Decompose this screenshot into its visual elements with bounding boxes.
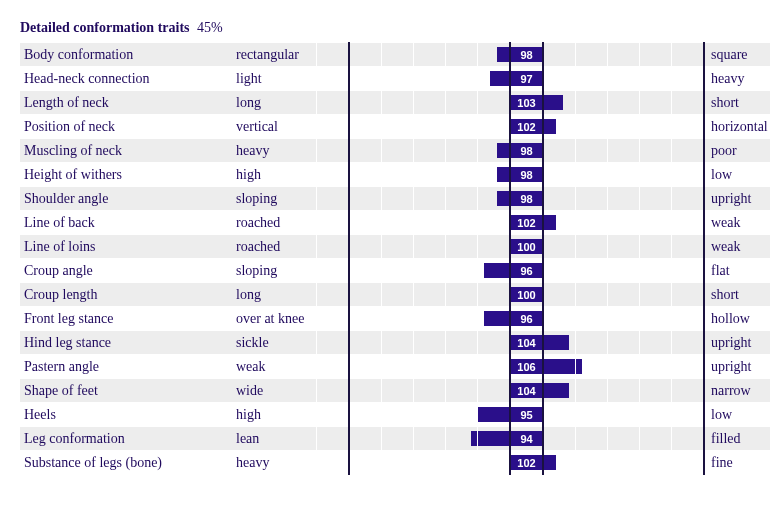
trait-value: 96	[511, 263, 542, 278]
trait-pole-right: heavy	[704, 67, 770, 91]
chart-cell	[608, 115, 640, 139]
trait-pole-left: over at knee	[234, 307, 317, 331]
trait-pole-right: filled	[704, 427, 770, 451]
chart-cell	[672, 43, 705, 67]
chart-cell	[608, 283, 640, 307]
trait-value: 95	[511, 407, 542, 422]
chart-cell	[478, 403, 511, 427]
title-text: Detailed conformation traits	[20, 20, 190, 35]
chart-cell	[414, 115, 446, 139]
chart-cell	[446, 115, 478, 139]
chart-cell	[608, 307, 640, 331]
chart-cell: 96	[510, 259, 543, 283]
trait-pole-left: weak	[234, 355, 317, 379]
trait-value: 102	[511, 215, 542, 230]
table-row: Line of backroached102weak	[20, 211, 770, 235]
trait-name: Pastern angle	[20, 355, 234, 379]
trait-pole-left: high	[234, 163, 317, 187]
trait-name: Length of neck	[20, 91, 234, 115]
trait-pole-left: sickle	[234, 331, 317, 355]
chart-cell	[640, 139, 672, 163]
chart-cell	[608, 355, 640, 379]
chart-cell: 95	[510, 403, 543, 427]
trait-pole-left: high	[234, 403, 317, 427]
chart-cell	[608, 235, 640, 259]
table-row: Hind leg stancesickle104upright	[20, 331, 770, 355]
trait-name: Croup length	[20, 283, 234, 307]
trait-name: Croup angle	[20, 259, 234, 283]
chart-cell	[349, 451, 382, 475]
chart-cell	[608, 331, 640, 355]
trait-pole-right: low	[704, 403, 770, 427]
trait-value: 98	[511, 143, 542, 158]
table-row: Leg conformationlean94filled	[20, 427, 770, 451]
chart-cell	[640, 115, 672, 139]
chart-cell	[672, 139, 705, 163]
chart-cell	[640, 43, 672, 67]
chart-cell	[349, 403, 382, 427]
chart-cell	[414, 163, 446, 187]
trait-pole-right: hollow	[704, 307, 770, 331]
chart-cell	[478, 67, 511, 91]
chart-cell	[414, 211, 446, 235]
table-row: Muscling of neckheavy98poor	[20, 139, 770, 163]
chart-cell	[414, 427, 446, 451]
table-row: Position of neckvertical102horizontal	[20, 115, 770, 139]
chart-cell: 104	[510, 331, 543, 355]
chart-cell	[672, 259, 705, 283]
chart-cell	[543, 163, 576, 187]
trait-name: Height of withers	[20, 163, 234, 187]
trait-pole-right: upright	[704, 355, 770, 379]
chart-cell: 100	[510, 283, 543, 307]
chart-cell	[640, 67, 672, 91]
chart-cell	[608, 163, 640, 187]
bar-segment	[497, 191, 509, 206]
chart-cell	[640, 187, 672, 211]
chart-cell	[446, 283, 478, 307]
chart-cell	[640, 307, 672, 331]
chart-cell	[543, 379, 576, 403]
chart-cell	[640, 355, 672, 379]
chart-cell: 104	[510, 379, 543, 403]
chart-cell	[576, 283, 608, 307]
bar-segment	[490, 71, 509, 86]
chart-cell	[349, 235, 382, 259]
table-row: Substance of legs (bone)heavy102fine	[20, 451, 770, 475]
chart-cell	[640, 91, 672, 115]
chart-cell	[349, 427, 382, 451]
chart-cell	[349, 139, 382, 163]
chart-cell	[382, 67, 414, 91]
trait-name: Hind leg stance	[20, 331, 234, 355]
chart-cell	[543, 427, 576, 451]
trait-name: Head-neck connection	[20, 67, 234, 91]
chart-cell	[317, 259, 350, 283]
chart-cell	[349, 211, 382, 235]
chart-cell	[382, 403, 414, 427]
chart-cell	[543, 283, 576, 307]
chart-cell	[414, 307, 446, 331]
chart-cell	[576, 331, 608, 355]
trait-pole-left: long	[234, 283, 317, 307]
trait-value: 103	[511, 95, 542, 110]
trait-pole-left: heavy	[234, 451, 317, 475]
trait-pole-left: vertical	[234, 115, 317, 139]
chart-cell: 102	[510, 451, 543, 475]
chart-cell	[446, 355, 478, 379]
chart-cell	[414, 355, 446, 379]
chart-cell	[672, 67, 705, 91]
chart-cell	[478, 43, 511, 67]
chart-cell	[478, 163, 511, 187]
chart-cell	[317, 211, 350, 235]
trait-name: Body conformation	[20, 43, 234, 67]
chart-cell	[414, 187, 446, 211]
chart-cell	[446, 67, 478, 91]
chart-cell	[317, 115, 350, 139]
trait-name: Line of loins	[20, 235, 234, 259]
trait-value: 98	[511, 167, 542, 182]
chart-cell	[349, 91, 382, 115]
bar-segment	[478, 431, 509, 446]
table-row: Heelshigh95low	[20, 403, 770, 427]
chart-cell	[382, 163, 414, 187]
trait-pole-right: upright	[704, 187, 770, 211]
chart-cell	[576, 355, 608, 379]
